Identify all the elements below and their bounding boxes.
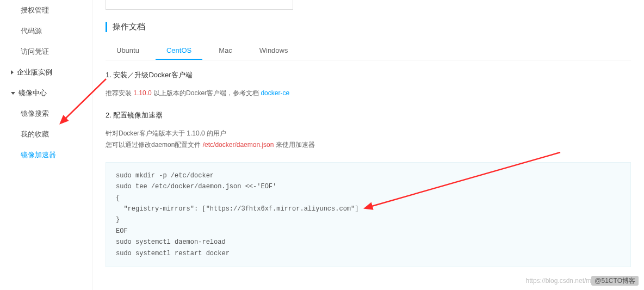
sidebar-item-enterprise[interactable]: 企业版实例	[0, 62, 92, 83]
sidebar-item-label: 镜像中心	[18, 88, 47, 98]
sidebar-item-credentials[interactable]: 访问凭证	[0, 41, 92, 62]
sidebar-item-label: 企业版实例	[17, 67, 52, 77]
sidebar: 授权管理 代码源 访问凭证 企业版实例 镜像中心 镜像搜索 我的收藏 镜像加速器	[0, 0, 92, 290]
text: 推荐安装	[106, 89, 133, 97]
sidebar-item-label: 我的收藏	[21, 129, 49, 139]
step1-heading: 1. 安装／升级Docker客户端	[106, 70, 631, 80]
text: 来使用加速器	[274, 141, 314, 149]
step1-desc: 推荐安装 1.10.0 以上版本的Docker客户端，参考文档 docker-c…	[106, 88, 631, 100]
sidebar-item-auth[interactable]: 授权管理	[0, 0, 92, 21]
chevron-down-icon	[11, 92, 15, 95]
text: 的用户	[205, 129, 226, 137]
text: 1.10.0	[187, 129, 205, 137]
sidebar-item-mirror-center[interactable]: 镜像中心	[0, 83, 92, 103]
step2-desc: 针对Docker客户端版本大于 1.10.0 的用户 您可以通过修改daemon…	[106, 128, 631, 151]
tab-windows[interactable]: Windows	[249, 42, 299, 60]
info-box	[106, 0, 293, 10]
tab-ubuntu[interactable]: Ubuntu	[106, 42, 150, 60]
sidebar-item-label: 访问凭证	[21, 47, 49, 57]
sidebar-item-accelerator[interactable]: 镜像加速器	[0, 145, 92, 165]
docker-ce-link[interactable]: docker-ce	[261, 89, 289, 97]
text: 针对Docker客户端版本大于	[106, 129, 187, 137]
text: 您可以通过修改daemon配置文件	[106, 141, 203, 149]
sidebar-item-label: 镜像加速器	[21, 150, 56, 160]
step2-heading: 2. 配置镜像加速器	[106, 110, 631, 120]
chevron-right-icon	[11, 70, 14, 75]
sidebar-item-favorites[interactable]: 我的收藏	[0, 124, 92, 145]
section-title: 操作文档	[106, 22, 631, 32]
watermark: https://blog.csdn.net/m@51CTO博客	[526, 276, 639, 286]
sidebar-item-label: 镜像搜索	[21, 109, 49, 119]
tab-mac[interactable]: Mac	[208, 42, 243, 60]
watermark-light: https://blog.csdn.net/m	[526, 277, 592, 285]
sidebar-item-label: 代码源	[21, 26, 42, 36]
sidebar-item-label: 授权管理	[21, 5, 49, 15]
version-text: 1.10.0	[133, 89, 151, 97]
watermark-dark: @51CTO博客	[591, 276, 639, 286]
sidebar-item-mirror-search[interactable]: 镜像搜索	[0, 103, 92, 124]
tab-centos[interactable]: CentOS	[156, 42, 202, 60]
code-block[interactable]: sudo mkdir -p /etc/docker sudo tee /etc/…	[106, 162, 631, 267]
config-path-text: /etc/docker/daemon.json	[203, 141, 274, 149]
main-content: 操作文档 Ubuntu CentOS Mac Windows 1. 安装／升级D…	[92, 0, 644, 290]
text: 以上版本的Docker客户端，参考文档	[152, 89, 261, 97]
sidebar-item-codesource[interactable]: 代码源	[0, 21, 92, 41]
os-tabs: Ubuntu CentOS Mac Windows	[106, 42, 631, 60]
